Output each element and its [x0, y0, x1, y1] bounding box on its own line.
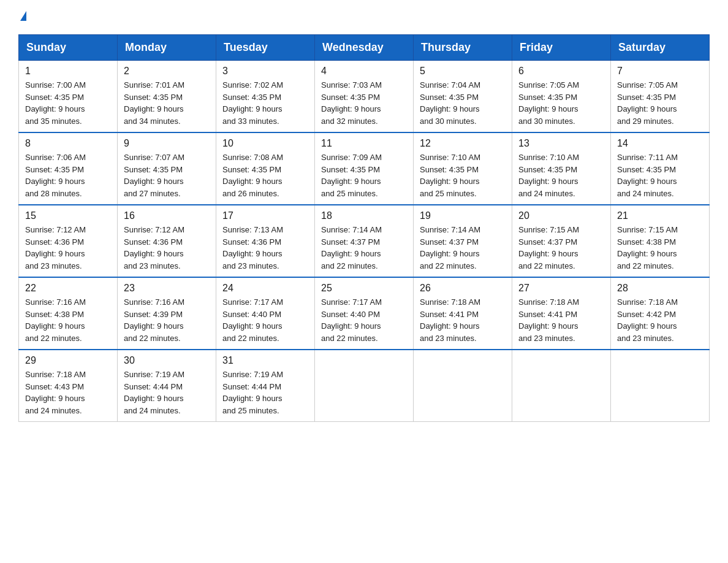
- day-number: 25: [321, 283, 407, 294]
- page-header: [18, 12, 710, 22]
- day-number: 22: [25, 283, 111, 294]
- calendar-week-row: 22Sunrise: 7:16 AMSunset: 4:38 PMDayligh…: [19, 277, 710, 350]
- day-info: Sunrise: 7:01 AMSunset: 4:35 PMDaylight:…: [124, 79, 210, 127]
- day-number: 28: [617, 283, 703, 294]
- day-number: 13: [518, 138, 604, 149]
- day-info: Sunrise: 7:08 AMSunset: 4:35 PMDaylight:…: [222, 151, 308, 199]
- day-number: 20: [518, 210, 604, 221]
- logo: [18, 12, 26, 22]
- calendar-day-cell: 7Sunrise: 7:05 AMSunset: 4:35 PMDaylight…: [611, 61, 710, 133]
- calendar-week-row: 15Sunrise: 7:12 AMSunset: 4:36 PMDayligh…: [19, 205, 710, 277]
- day-info: Sunrise: 7:03 AMSunset: 4:35 PMDaylight:…: [321, 79, 407, 127]
- calendar-day-cell: 28Sunrise: 7:18 AMSunset: 4:42 PMDayligh…: [611, 277, 710, 350]
- day-number: 27: [518, 283, 604, 294]
- day-number: 7: [617, 66, 703, 77]
- day-number: 23: [124, 283, 210, 294]
- day-number: 31: [222, 355, 308, 366]
- calendar-day-cell: 12Sunrise: 7:10 AMSunset: 4:35 PMDayligh…: [414, 132, 512, 205]
- calendar-day-header: Thursday: [414, 35, 512, 61]
- day-info: Sunrise: 7:09 AMSunset: 4:35 PMDaylight:…: [321, 151, 407, 199]
- calendar-day-cell: 5Sunrise: 7:04 AMSunset: 4:35 PMDaylight…: [414, 61, 512, 133]
- day-number: 6: [518, 66, 604, 77]
- day-number: 4: [321, 66, 407, 77]
- calendar-day-cell: [512, 350, 611, 422]
- day-number: 30: [124, 355, 210, 366]
- day-info: Sunrise: 7:16 AMSunset: 4:39 PMDaylight:…: [124, 296, 210, 344]
- calendar-day-header: Saturday: [611, 35, 710, 61]
- day-number: 17: [222, 210, 308, 221]
- day-info: Sunrise: 7:18 AMSunset: 4:42 PMDaylight:…: [617, 296, 703, 344]
- day-info: Sunrise: 7:17 AMSunset: 4:40 PMDaylight:…: [222, 296, 308, 344]
- day-info: Sunrise: 7:00 AMSunset: 4:35 PMDaylight:…: [25, 79, 111, 127]
- day-number: 24: [222, 283, 308, 294]
- day-info: Sunrise: 7:02 AMSunset: 4:35 PMDaylight:…: [222, 79, 308, 127]
- calendar-day-cell: [611, 350, 710, 422]
- calendar-day-cell: 4Sunrise: 7:03 AMSunset: 4:35 PMDaylight…: [315, 61, 414, 133]
- day-number: 5: [420, 66, 506, 77]
- day-number: 3: [222, 66, 308, 77]
- calendar-day-header: Tuesday: [216, 35, 315, 61]
- calendar-day-cell: 18Sunrise: 7:14 AMSunset: 4:37 PMDayligh…: [315, 205, 414, 277]
- calendar-day-cell: 27Sunrise: 7:18 AMSunset: 4:41 PMDayligh…: [512, 277, 611, 350]
- day-number: 14: [617, 138, 703, 149]
- calendar-day-cell: 10Sunrise: 7:08 AMSunset: 4:35 PMDayligh…: [216, 132, 315, 205]
- day-info: Sunrise: 7:10 AMSunset: 4:35 PMDaylight:…: [420, 151, 506, 199]
- calendar-day-cell: 23Sunrise: 7:16 AMSunset: 4:39 PMDayligh…: [118, 277, 216, 350]
- calendar-day-cell: 25Sunrise: 7:17 AMSunset: 4:40 PMDayligh…: [315, 277, 414, 350]
- day-info: Sunrise: 7:05 AMSunset: 4:35 PMDaylight:…: [518, 79, 604, 127]
- calendar-day-cell: 13Sunrise: 7:10 AMSunset: 4:35 PMDayligh…: [512, 132, 611, 205]
- day-number: 21: [617, 210, 703, 221]
- day-number: 8: [25, 138, 111, 149]
- day-number: 26: [420, 283, 506, 294]
- day-info: Sunrise: 7:15 AMSunset: 4:38 PMDaylight:…: [617, 224, 703, 272]
- calendar-day-header: Monday: [118, 35, 216, 61]
- day-info: Sunrise: 7:14 AMSunset: 4:37 PMDaylight:…: [321, 224, 407, 272]
- calendar-day-cell: 21Sunrise: 7:15 AMSunset: 4:38 PMDayligh…: [611, 205, 710, 277]
- day-info: Sunrise: 7:18 AMSunset: 4:41 PMDaylight:…: [420, 296, 506, 344]
- day-number: 19: [420, 210, 506, 221]
- day-info: Sunrise: 7:10 AMSunset: 4:35 PMDaylight:…: [518, 151, 604, 199]
- day-number: 10: [222, 138, 308, 149]
- calendar-header-row: SundayMondayTuesdayWednesdayThursdayFrid…: [19, 35, 710, 61]
- calendar-day-cell: 1Sunrise: 7:00 AMSunset: 4:35 PMDaylight…: [19, 61, 118, 133]
- calendar-day-cell: [315, 350, 414, 422]
- day-number: 29: [25, 355, 111, 366]
- calendar-day-header: Wednesday: [315, 35, 414, 61]
- calendar-day-cell: 17Sunrise: 7:13 AMSunset: 4:36 PMDayligh…: [216, 205, 315, 277]
- calendar-day-cell: 15Sunrise: 7:12 AMSunset: 4:36 PMDayligh…: [19, 205, 118, 277]
- day-number: 16: [124, 210, 210, 221]
- calendar-day-cell: 14Sunrise: 7:11 AMSunset: 4:35 PMDayligh…: [611, 132, 710, 205]
- calendar-week-row: 29Sunrise: 7:18 AMSunset: 4:43 PMDayligh…: [19, 350, 710, 422]
- calendar-week-row: 1Sunrise: 7:00 AMSunset: 4:35 PMDaylight…: [19, 61, 710, 133]
- day-info: Sunrise: 7:19 AMSunset: 4:44 PMDaylight:…: [222, 369, 308, 416]
- calendar-day-cell: 20Sunrise: 7:15 AMSunset: 4:37 PMDayligh…: [512, 205, 611, 277]
- day-info: Sunrise: 7:12 AMSunset: 4:36 PMDaylight:…: [25, 224, 111, 272]
- calendar-day-cell: 2Sunrise: 7:01 AMSunset: 4:35 PMDaylight…: [118, 61, 216, 133]
- day-number: 1: [25, 66, 111, 77]
- day-info: Sunrise: 7:18 AMSunset: 4:43 PMDaylight:…: [25, 369, 111, 416]
- day-info: Sunrise: 7:11 AMSunset: 4:35 PMDaylight:…: [617, 151, 703, 199]
- calendar-day-cell: 26Sunrise: 7:18 AMSunset: 4:41 PMDayligh…: [414, 277, 512, 350]
- day-info: Sunrise: 7:07 AMSunset: 4:35 PMDaylight:…: [124, 151, 210, 199]
- logo-triangle-icon: [20, 11, 26, 21]
- day-number: 2: [124, 66, 210, 77]
- calendar-day-header: Sunday: [19, 35, 118, 61]
- day-info: Sunrise: 7:15 AMSunset: 4:37 PMDaylight:…: [518, 224, 604, 272]
- calendar-day-cell: 31Sunrise: 7:19 AMSunset: 4:44 PMDayligh…: [216, 350, 315, 422]
- day-info: Sunrise: 7:06 AMSunset: 4:35 PMDaylight:…: [25, 151, 111, 199]
- calendar-week-row: 8Sunrise: 7:06 AMSunset: 4:35 PMDaylight…: [19, 132, 710, 205]
- day-number: 12: [420, 138, 506, 149]
- day-info: Sunrise: 7:19 AMSunset: 4:44 PMDaylight:…: [124, 369, 210, 416]
- calendar-table: SundayMondayTuesdayWednesdayThursdayFrid…: [18, 34, 710, 422]
- calendar-body: 1Sunrise: 7:00 AMSunset: 4:35 PMDaylight…: [19, 61, 710, 422]
- calendar-day-cell: 9Sunrise: 7:07 AMSunset: 4:35 PMDaylight…: [118, 132, 216, 205]
- day-info: Sunrise: 7:13 AMSunset: 4:36 PMDaylight:…: [222, 224, 308, 272]
- day-info: Sunrise: 7:05 AMSunset: 4:35 PMDaylight:…: [617, 79, 703, 127]
- day-info: Sunrise: 7:18 AMSunset: 4:41 PMDaylight:…: [518, 296, 604, 344]
- day-info: Sunrise: 7:14 AMSunset: 4:37 PMDaylight:…: [420, 224, 506, 272]
- calendar-day-cell: 8Sunrise: 7:06 AMSunset: 4:35 PMDaylight…: [19, 132, 118, 205]
- calendar-day-cell: 3Sunrise: 7:02 AMSunset: 4:35 PMDaylight…: [216, 61, 315, 133]
- calendar-day-cell: 30Sunrise: 7:19 AMSunset: 4:44 PMDayligh…: [118, 350, 216, 422]
- calendar-day-cell: 19Sunrise: 7:14 AMSunset: 4:37 PMDayligh…: [414, 205, 512, 277]
- calendar-day-cell: 6Sunrise: 7:05 AMSunset: 4:35 PMDaylight…: [512, 61, 611, 133]
